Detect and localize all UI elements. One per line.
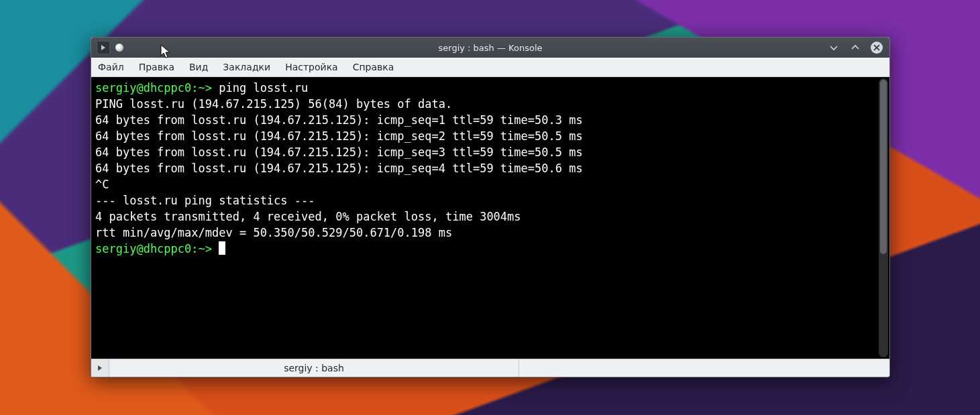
menu-settings[interactable]: Настройка [284,60,339,74]
output-line: ^C [95,178,109,191]
window-title: sergiy : bash — Konsole [91,43,889,53]
new-tab-button[interactable] [91,359,109,377]
menubar: Файл Правка Вид Закладки Настройка Справ… [91,58,889,77]
text-cursor [219,241,225,255]
tab-label: sergiy : bash [284,363,344,373]
app-menu-icon[interactable] [97,41,110,54]
menu-file[interactable]: Файл [97,60,125,74]
output-line: 64 bytes from losst.ru (194.67.215.125):… [95,162,583,175]
prompt-user: sergiy@dhcppc0 [95,81,191,95]
konsole-window: sergiy : bash — Konsole Файл Правка Вид … [91,37,890,377]
menu-bookmarks[interactable]: Закладки [221,60,272,74]
maximize-button[interactable] [849,42,861,54]
output-line: 64 bytes from losst.ru (194.67.215.125):… [95,113,583,127]
output-line: rtt min/avg/max/mdev = 50.350/50.529/50.… [95,226,452,239]
prompt-path: ~ [199,242,205,255]
terminal-area[interactable]: sergiy@dhcppc0:~> ping losst.ru PING los… [91,77,889,359]
window-titlebar[interactable]: sergiy : bash — Konsole [91,38,889,58]
tab-active[interactable]: sergiy : bash [109,359,519,377]
minimize-button[interactable] [828,42,840,54]
close-button[interactable] [871,42,883,54]
menu-view[interactable]: Вид [188,60,209,74]
terminal-scrollbar[interactable] [879,78,888,357]
output-line: 4 packets transmitted, 4 received, 0% pa… [95,210,521,223]
output-line: 64 bytes from losst.ru (194.67.215.125):… [95,145,583,159]
terminal-output[interactable]: sergiy@dhcppc0:~> ping losst.ru PING los… [91,77,879,359]
menu-edit[interactable]: Правка [138,60,176,74]
pin-icon[interactable] [115,44,123,52]
command-text: ping losst.ru [212,81,308,95]
tabbar: sergiy : bash [91,359,889,377]
output-line: 64 bytes from losst.ru (194.67.215.125):… [95,129,583,143]
menu-help[interactable]: Справка [351,60,396,74]
prompt-path: ~ [199,81,205,95]
prompt-user: sergiy@dhcppc0 [95,242,191,255]
output-line: PING losst.ru (194.67.215.125) 56(84) by… [95,97,452,111]
output-line: --- losst.ru ping statistics --- [95,194,315,207]
scroll-thumb[interactable] [880,80,887,254]
desktop-background: sergiy : bash — Konsole Файл Правка Вид … [0,0,980,415]
